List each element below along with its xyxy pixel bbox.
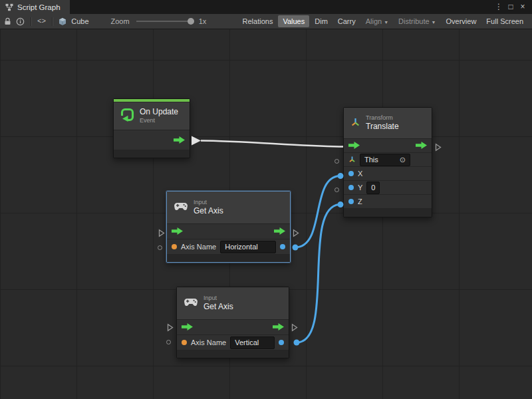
node-footer bbox=[167, 255, 290, 262]
window-maximize-icon[interactable]: □ bbox=[505, 0, 517, 14]
this-object-field[interactable]: This ⊙ bbox=[360, 154, 410, 166]
toolbar-separator bbox=[31, 17, 31, 26]
y-value-input[interactable]: 0 bbox=[366, 182, 380, 194]
node-get-axis-vertical[interactable]: Input Get Axis Axis Name Vertical bbox=[176, 287, 289, 358]
tab-title: Script Graph bbox=[17, 3, 61, 11]
target-object-name[interactable]: Cube bbox=[71, 17, 88, 25]
translate-x-row: X bbox=[344, 167, 432, 181]
value-port-ring[interactable] bbox=[158, 245, 162, 250]
value-port-ring[interactable] bbox=[334, 188, 339, 192]
get-axis-flow-row bbox=[177, 320, 289, 335]
window-close-icon[interactable]: × bbox=[517, 0, 529, 14]
get-axis-header: Input Get Axis bbox=[177, 287, 289, 320]
value-connection-horizontal-to-x[interactable] bbox=[295, 176, 340, 248]
zoom-label: Zoom bbox=[111, 17, 130, 25]
align-dropdown[interactable]: Align▼ bbox=[361, 15, 393, 27]
translate-flow-row bbox=[344, 139, 432, 153]
axis-name-label: Axis Name bbox=[191, 338, 226, 346]
translate-y-row: Y 0 bbox=[344, 181, 432, 195]
flow-output-port[interactable] bbox=[274, 225, 285, 237]
gamepad-icon bbox=[174, 201, 188, 213]
node-category: Transform bbox=[366, 114, 399, 122]
node-category: Input bbox=[203, 295, 233, 302]
node-title: Translate bbox=[366, 122, 399, 132]
toolbar-separator bbox=[52, 17, 53, 26]
relations-button[interactable]: Relations bbox=[238, 15, 278, 27]
dim-button[interactable]: Dim bbox=[310, 15, 332, 27]
flow-port-triangle[interactable] bbox=[291, 323, 298, 332]
transform-icon bbox=[350, 117, 360, 130]
full-screen-button[interactable]: Full Screen bbox=[481, 15, 528, 27]
flow-input-port[interactable] bbox=[182, 321, 193, 333]
value-output-port[interactable] bbox=[279, 340, 284, 345]
get-axis-param-row: Axis Name Vertical bbox=[177, 335, 289, 350]
flow-output-port[interactable] bbox=[416, 140, 427, 152]
axis-name-input[interactable]: Vertical bbox=[230, 336, 275, 349]
flow-input-port[interactable] bbox=[172, 225, 183, 237]
node-subtitle: Event bbox=[140, 117, 178, 124]
value-output-port[interactable] bbox=[280, 244, 285, 249]
cube-icon bbox=[59, 17, 66, 26]
info-icon[interactable] bbox=[16, 17, 25, 26]
flow-connection-arrowhead bbox=[192, 136, 201, 146]
get-axis-param-row: Axis Name Horizontal bbox=[167, 239, 290, 255]
connection-endpoint bbox=[293, 245, 299, 251]
node-get-axis-horizontal[interactable]: Input Get Axis Axis Name Horizontal bbox=[166, 191, 291, 263]
zoom-value: 1x bbox=[199, 17, 207, 25]
node-on-update[interactable]: On Update Event bbox=[113, 98, 190, 158]
axis-name-input[interactable]: Horizontal bbox=[220, 241, 276, 253]
flow-port-triangle[interactable] bbox=[158, 229, 165, 237]
lock-icon[interactable] bbox=[4, 17, 11, 25]
node-footer bbox=[114, 150, 190, 158]
flow-output-port[interactable] bbox=[273, 321, 284, 333]
flow-port-triangle[interactable] bbox=[435, 143, 442, 152]
node-footer bbox=[344, 209, 432, 217]
transform-mini-icon bbox=[348, 154, 356, 166]
graph-canvas[interactable]: On Update Event Transform Translate bbox=[0, 29, 532, 399]
value-port-z[interactable] bbox=[348, 199, 354, 204]
node-title: On Update bbox=[140, 107, 178, 117]
carry-button[interactable]: Carry bbox=[333, 15, 360, 27]
on-update-header: On Update Event bbox=[114, 102, 190, 130]
flow-input-port[interactable] bbox=[348, 140, 360, 152]
get-axis-flow-row bbox=[167, 224, 290, 239]
gamepad-icon bbox=[184, 297, 198, 309]
graph-toolbar: <> Cube Zoom 1x Relations Values Dim Car… bbox=[0, 14, 532, 29]
x-port-label: X bbox=[358, 170, 362, 178]
z-port-label: Z bbox=[358, 198, 362, 205]
distribute-dropdown[interactable]: Distribute▼ bbox=[394, 15, 440, 27]
value-connection-vertical-to-z[interactable] bbox=[297, 205, 340, 343]
zoom-slider-handle[interactable] bbox=[188, 18, 194, 25]
flow-connection-on-update-to-translate[interactable] bbox=[201, 141, 343, 147]
chevron-down-icon: ▼ bbox=[384, 20, 388, 25]
translate-header: Transform Translate bbox=[344, 108, 432, 139]
on-update-flow-row bbox=[114, 130, 190, 150]
node-footer bbox=[177, 350, 289, 358]
flow-port-triangle[interactable] bbox=[293, 229, 299, 237]
string-port[interactable] bbox=[182, 340, 187, 345]
value-port-x[interactable] bbox=[348, 171, 354, 176]
flow-output-port[interactable] bbox=[174, 134, 185, 146]
node-title: Get Axis bbox=[203, 302, 233, 312]
string-port[interactable] bbox=[172, 244, 177, 249]
values-button[interactable]: Values bbox=[278, 15, 309, 27]
tab-script-graph[interactable]: Script Graph bbox=[0, 0, 70, 14]
window-menu-icon[interactable]: ⋮ bbox=[493, 0, 505, 14]
translate-this-row: This ⊙ bbox=[344, 153, 432, 167]
connection-endpoint bbox=[294, 340, 300, 346]
value-port-y[interactable] bbox=[348, 185, 354, 190]
title-bar: Script Graph ⋮ □ × bbox=[0, 0, 532, 14]
value-port-ring[interactable] bbox=[334, 159, 339, 164]
value-port-ring[interactable] bbox=[166, 340, 171, 344]
toolbar-buttons: Relations Values Dim Carry Align▼ Distri… bbox=[238, 15, 528, 27]
node-translate[interactable]: Transform Translate This ⊙ X bbox=[343, 107, 432, 217]
script-graph-icon bbox=[5, 3, 13, 11]
window-controls: ⋮ □ × bbox=[493, 0, 532, 14]
zoom-slider[interactable] bbox=[136, 21, 192, 22]
code-view-icon[interactable]: <> bbox=[37, 17, 46, 25]
axis-name-label: Axis Name bbox=[181, 243, 216, 251]
object-picker-icon[interactable]: ⊙ bbox=[400, 155, 406, 165]
node-title: Get Axis bbox=[194, 206, 223, 216]
flow-port-triangle[interactable] bbox=[167, 323, 174, 332]
overview-button[interactable]: Overview bbox=[442, 15, 481, 27]
